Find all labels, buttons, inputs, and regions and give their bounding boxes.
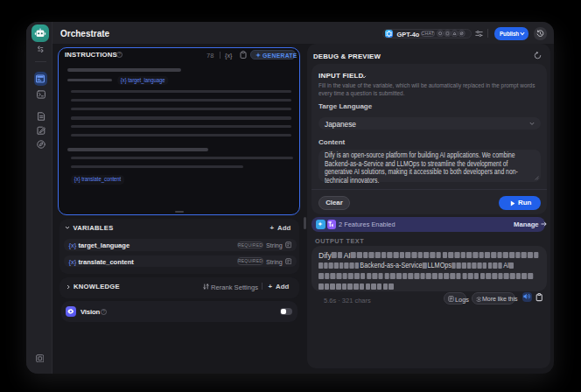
svg-text:?: ? xyxy=(102,310,105,314)
svg-text:?: ? xyxy=(118,52,121,57)
